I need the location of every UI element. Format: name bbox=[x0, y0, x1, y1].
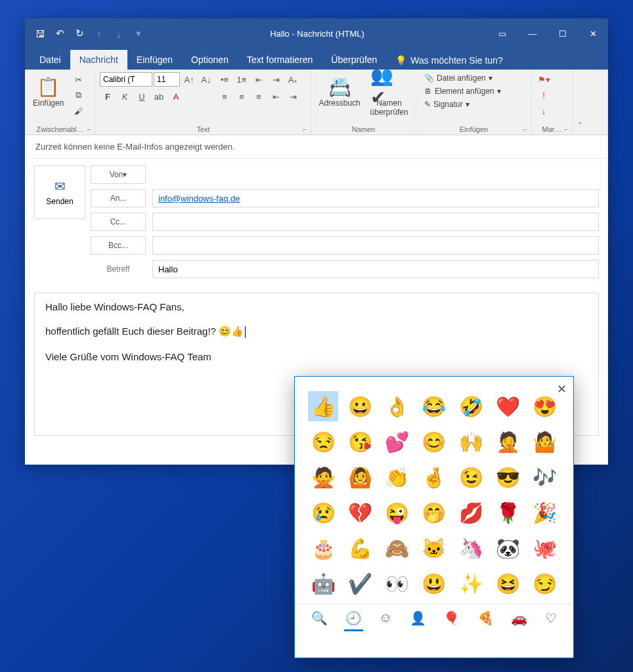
numbering-icon[interactable]: 1≡ bbox=[234, 72, 250, 87]
text-launcher-icon[interactable]: ⌐ bbox=[303, 126, 307, 133]
format-painter-icon[interactable]: 🖌 bbox=[70, 104, 86, 118]
emoji-cell[interactable]: 😊 bbox=[419, 427, 449, 457]
emoji-cat-food[interactable]: 🍕 bbox=[471, 606, 500, 630]
emoji-cat-smileys[interactable]: ☺ bbox=[372, 606, 399, 629]
tags-launcher-icon[interactable]: ⌐ bbox=[564, 126, 568, 133]
insert-launcher-icon[interactable]: ⌐ bbox=[523, 126, 527, 133]
emoji-cell[interactable]: 😉 bbox=[456, 462, 486, 492]
emoji-cell[interactable]: 🐼 bbox=[492, 533, 523, 563]
to-button[interactable]: An... bbox=[91, 189, 146, 207]
font-size-combo[interactable] bbox=[154, 72, 180, 87]
emoji-cell[interactable]: 🤭 bbox=[419, 497, 449, 528]
highlight-icon[interactable]: ab bbox=[151, 89, 167, 104]
clear-format-icon[interactable]: Aₓ bbox=[285, 72, 301, 87]
emoji-cell[interactable]: 🙆 bbox=[345, 462, 375, 492]
paste-button[interactable]: 📋 Einfügen bbox=[29, 72, 68, 110]
emoji-cell[interactable]: 💕 bbox=[382, 427, 412, 457]
shrink-font-icon[interactable]: A↓ bbox=[198, 72, 214, 87]
low-importance-icon[interactable]: ↓ bbox=[536, 104, 552, 118]
bold-button[interactable]: F bbox=[100, 89, 116, 104]
emoji-cell[interactable]: 💪 bbox=[345, 533, 375, 563]
collapse-ribbon-icon[interactable]: ˄ bbox=[573, 70, 587, 135]
close-button[interactable]: ✕ bbox=[578, 18, 608, 49]
font-color-icon[interactable]: A bbox=[168, 89, 184, 104]
copy-icon[interactable]: ⧉ bbox=[70, 88, 86, 102]
cc-button[interactable]: Cc... bbox=[91, 213, 146, 231]
redo-icon[interactable]: ↻ bbox=[71, 25, 88, 42]
emoji-cell[interactable]: 🙈 bbox=[382, 533, 412, 563]
from-button[interactable]: Von ▾ bbox=[91, 165, 146, 184]
align-left-icon[interactable]: ≡ bbox=[217, 89, 232, 104]
to-recipient[interactable]: info@windows-faq.de bbox=[158, 194, 240, 203]
emoji-cell[interactable]: ✨ bbox=[456, 568, 486, 598]
emoji-cell[interactable]: 😃 bbox=[419, 568, 449, 598]
emoji-cell[interactable]: 😍 bbox=[530, 391, 560, 421]
subject-field[interactable] bbox=[152, 260, 599, 278]
emoji-cell[interactable]: ✔️ bbox=[345, 568, 375, 598]
send-button[interactable]: ✉ Senden bbox=[34, 165, 85, 219]
clipboard-launcher-icon[interactable]: ⌐ bbox=[87, 126, 91, 133]
tab-datei[interactable]: Datei bbox=[30, 50, 70, 70]
emoji-close-button[interactable]: ✕ bbox=[557, 382, 567, 396]
emoji-cell[interactable]: 😏 bbox=[530, 568, 560, 598]
addressbook-button[interactable]: 📇 Adressbuch bbox=[315, 72, 364, 110]
high-importance-icon[interactable]: ! bbox=[536, 88, 552, 102]
emoji-cell[interactable]: 🐙 bbox=[530, 533, 560, 563]
emoji-cell[interactable]: 🤞 bbox=[419, 462, 449, 492]
italic-button[interactable]: K bbox=[117, 89, 133, 104]
emoji-cell[interactable]: 🎉 bbox=[530, 497, 560, 528]
emoji-cell[interactable]: 😆 bbox=[492, 568, 523, 598]
emoji-cell[interactable]: 👍 bbox=[308, 391, 338, 421]
minimize-button[interactable]: — bbox=[517, 18, 548, 49]
tell-me-search[interactable]: 💡 Was möchten Sie tun? bbox=[386, 55, 512, 70]
indent-icon[interactable]: ⇥ bbox=[268, 72, 284, 87]
emoji-cell[interactable]: 👏 bbox=[382, 462, 412, 492]
emoji-cell[interactable]: 🎶 bbox=[530, 462, 560, 492]
underline-button[interactable]: U bbox=[134, 89, 150, 104]
flag-icon[interactable]: ⚑▾ bbox=[536, 72, 552, 87]
emoji-cell[interactable]: 🙅 bbox=[308, 462, 338, 492]
emoji-cat-transport[interactable]: 🚗 bbox=[504, 606, 534, 630]
maximize-button[interactable]: ☐ bbox=[548, 18, 578, 49]
emoji-cell[interactable]: 😢 bbox=[308, 497, 338, 528]
emoji-cat-people[interactable]: 👤 bbox=[403, 606, 433, 630]
cut-icon[interactable]: ✂ bbox=[70, 72, 86, 87]
emoji-cell[interactable]: 🤣 bbox=[456, 391, 486, 421]
undo-icon[interactable]: ↶ bbox=[51, 25, 68, 42]
tab-nachricht[interactable]: Nachricht bbox=[70, 50, 127, 70]
attach-file-button[interactable]: 📎Datei anfügen ▾ bbox=[420, 72, 505, 84]
emoji-cell[interactable]: 🦄 bbox=[456, 533, 486, 563]
emoji-cell[interactable]: 😎 bbox=[492, 462, 523, 492]
emoji-cell[interactable]: 👌 bbox=[382, 391, 412, 421]
check-names-button[interactable]: 👥✔ Namenüberprüfen bbox=[366, 72, 412, 119]
emoji-cell[interactable]: 😀 bbox=[345, 391, 375, 421]
emoji-cat-heart[interactable]: ♡ bbox=[538, 606, 563, 630]
emoji-cell[interactable]: ❤️ bbox=[492, 391, 523, 421]
emoji-cell[interactable]: 💔 bbox=[345, 497, 375, 528]
emoji-cell[interactable]: 🤷 bbox=[530, 427, 560, 457]
emoji-cell[interactable]: 🐱 bbox=[419, 533, 449, 563]
tab-optionen[interactable]: Optionen bbox=[182, 50, 238, 70]
cc-field[interactable] bbox=[152, 213, 599, 231]
signature-button[interactable]: ✎Signatur ▾ bbox=[420, 98, 505, 110]
bcc-field[interactable] bbox=[152, 236, 599, 255]
emoji-cell[interactable]: 😘 bbox=[345, 427, 375, 457]
grow-font-icon[interactable]: A↑ bbox=[181, 72, 197, 87]
emoji-cat-search[interactable]: 🔍 bbox=[305, 606, 334, 630]
qat-dropdown-icon[interactable]: ▾ bbox=[130, 25, 147, 42]
decrease-indent-icon[interactable]: ⇤ bbox=[268, 89, 284, 104]
emoji-cell[interactable]: 🙌 bbox=[456, 427, 486, 457]
attach-item-button[interactable]: 🗎Element anfügen ▾ bbox=[420, 85, 505, 97]
emoji-cell[interactable]: 😂 bbox=[419, 391, 449, 421]
align-center-icon[interactable]: ≡ bbox=[234, 89, 250, 104]
bullets-icon[interactable]: •≡ bbox=[217, 72, 232, 87]
align-right-icon[interactable]: ≡ bbox=[251, 89, 267, 104]
emoji-cat-celebration[interactable]: 🎈 bbox=[437, 606, 466, 630]
emoji-cell[interactable]: 🎂 bbox=[308, 533, 338, 563]
outdent-icon[interactable]: ⇤ bbox=[251, 72, 267, 87]
emoji-cell[interactable]: 😜 bbox=[382, 497, 412, 528]
emoji-cell[interactable]: 🤖 bbox=[308, 568, 338, 598]
emoji-cell[interactable]: 🌹 bbox=[492, 497, 523, 528]
emoji-cell[interactable]: 👀 bbox=[382, 568, 412, 598]
bcc-button[interactable]: Bcc... bbox=[91, 236, 146, 255]
